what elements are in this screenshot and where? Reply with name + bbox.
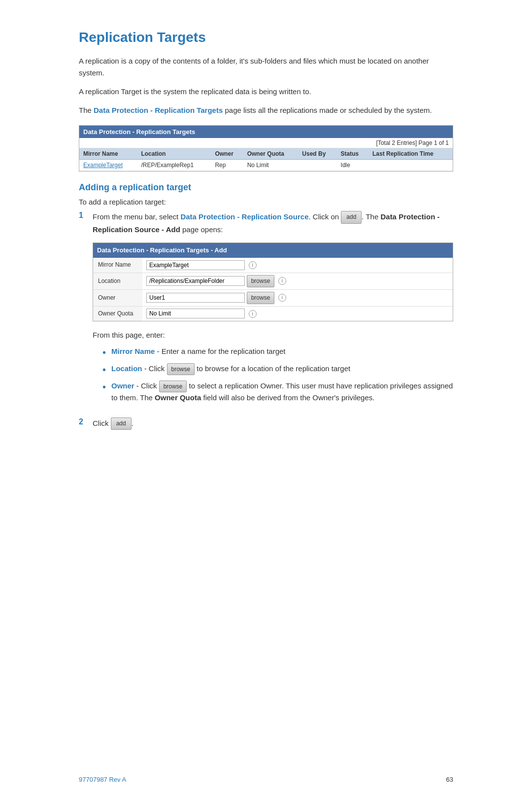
bullet-dot-2: • [102, 363, 111, 376]
cell-mirror-name[interactable]: ExampleTarget [79, 160, 137, 171]
mirror-name-input[interactable] [146, 260, 245, 270]
location-info-icon[interactable]: i [278, 277, 286, 285]
form-label-owner-quota: Owner Quota [93, 306, 142, 321]
step-2: 2 Click add. [79, 417, 453, 430]
cell-status: Idle [337, 160, 368, 171]
add-button-step2[interactable]: add [111, 417, 132, 430]
location-browse-button[interactable]: browse [247, 275, 275, 287]
cell-owner-quota: No Limit [243, 160, 299, 171]
bullet-content-location: Location - Click browse to browse for a … [111, 363, 453, 375]
form-row-location: Location browse i [93, 273, 453, 289]
col-owner: Owner [211, 148, 243, 160]
main-table-header: Data Protection - Replication Targets [79, 126, 453, 138]
step1-prefix: From the menu bar, select [93, 212, 180, 221]
form-table: Mirror Name i Location browse [93, 258, 453, 321]
step2-prefix: Click [93, 419, 111, 427]
form-label-owner: Owner [93, 289, 142, 306]
cell-location: /REP/ExampleRep1 [137, 160, 211, 171]
owner-browse-button[interactable]: browse [247, 292, 275, 304]
section-adding-heading: Adding a replication target [79, 182, 453, 193]
page-content: Replication Targets A replication is a c… [0, 0, 532, 477]
col-status: Status [337, 148, 368, 160]
form-row-owner-quota: Owner Quota i [93, 306, 453, 321]
step-1-content: From the menu bar, select Data Protectio… [93, 211, 453, 412]
add-form-table: Data Protection - Replication Targets - … [93, 243, 453, 322]
bullet-location-suffix: to browse for a location of the replicat… [195, 364, 350, 373]
step1-mid: . Click on [308, 212, 341, 221]
form-label-location: Location [93, 273, 142, 289]
bullet-location: • Location - Click browse to browse for … [102, 363, 453, 376]
form-row-mirror-name: Mirror Name i [93, 258, 453, 273]
intro-para3-prefix: The [79, 106, 94, 114]
bullet-owner: • Owner - Click browse to select a repli… [102, 381, 453, 404]
owner-browse-button-inline[interactable]: browse [159, 381, 187, 392]
step2-suffix: . [132, 419, 133, 427]
bullet-content-owner: Owner - Click browse to select a replica… [111, 381, 453, 404]
form-label-mirror-name: Mirror Name [93, 258, 142, 273]
col-used-by: Used By [298, 148, 336, 160]
owner-info-icon[interactable]: i [278, 294, 286, 302]
form-input-location-cell: browse i [142, 273, 453, 289]
footer-doc-num: 97707987 Rev A [79, 776, 126, 783]
owner-quota-info-icon[interactable]: i [249, 310, 257, 318]
form-input-owner-cell: browse i [142, 289, 453, 306]
mirror-name-info-icon[interactable]: i [249, 261, 257, 269]
page-footer: 97707987 Rev A 63 [0, 776, 532, 783]
bullet-list: • Mirror Name - Enter a name for the rep… [102, 346, 453, 404]
step1-suffix-prefix: . The [362, 212, 380, 221]
intro-para-1: A replication is a copy of the contents … [79, 55, 453, 79]
bullet-mirror-name-label: Mirror Name [111, 347, 155, 355]
table-row: ExampleTarget /REP/ExampleRep1 Rep No Li… [79, 160, 453, 171]
col-last-replication-time: Last Replication Time [368, 148, 453, 160]
main-table-pagination: [Total 2 Entries] Page 1 of 1 [79, 138, 453, 148]
bullet-dot-3: • [102, 381, 111, 393]
bullet-owner-label: Owner [111, 382, 134, 390]
col-location: Location [137, 148, 211, 160]
owner-input[interactable] [146, 293, 245, 303]
step-1-number: 1 [79, 211, 93, 220]
to-add-label: To add a replication target: [79, 198, 453, 206]
from-page-label: From this page, enter: [93, 329, 453, 341]
main-table: Mirror Name Location Owner Owner Quota U… [79, 148, 453, 171]
bullet-owner-text2: field will also be derived from the Owne… [201, 393, 374, 402]
bullet-content-mirror-name: Mirror Name - Enter a name for the repli… [111, 346, 453, 357]
form-input-mirror-name-cell: i [142, 258, 453, 273]
location-input[interactable] [146, 276, 245, 286]
main-data-table: Data Protection - Replication Targets [T… [79, 125, 453, 172]
cell-used-by [298, 160, 336, 171]
cell-owner: Rep [211, 160, 243, 171]
bullet-dot-1: • [102, 346, 111, 358]
form-input-owner-quota-cell: i [142, 306, 453, 321]
location-browse-button-inline[interactable]: browse [167, 363, 195, 375]
step-2-content: Click add. [93, 417, 453, 430]
step-2-number: 2 [79, 417, 93, 426]
bullet-location-mid: - Click [142, 364, 167, 373]
add-button-step1[interactable]: add [341, 211, 362, 223]
main-table-header-row: Mirror Name Location Owner Owner Quota U… [79, 148, 453, 160]
intro-para-2: A replication Target is the system the r… [79, 86, 453, 98]
step1-link: Data Protection - Replication Source [180, 212, 308, 221]
bullet-owner-quota-bold: Owner Quota [155, 393, 201, 402]
intro-para3-link: Data Protection - Replication Targets [94, 106, 223, 114]
intro-para3-suffix: page lists all the replications made or … [223, 106, 432, 114]
col-mirror-name: Mirror Name [79, 148, 137, 160]
bullet-mirror-name-text: - Enter a name for the replication targe… [155, 347, 285, 355]
bullet-mirror-name: • Mirror Name - Enter a name for the rep… [102, 346, 453, 358]
intro-para-3: The Data Protection - Replication Target… [79, 104, 453, 116]
add-form-header: Data Protection - Replication Targets - … [93, 243, 453, 258]
step-1: 1 From the menu bar, select Data Protect… [79, 211, 453, 412]
steps-list: 1 From the menu bar, select Data Protect… [79, 211, 453, 430]
footer-page-num: 63 [446, 776, 453, 783]
form-row-owner: Owner browse i [93, 289, 453, 306]
step1-suffix: page opens: [180, 225, 223, 234]
owner-quota-input[interactable] [146, 309, 245, 318]
col-owner-quota: Owner Quota [243, 148, 299, 160]
cell-last-rep-time [368, 160, 453, 171]
page-title: Replication Targets [79, 30, 453, 45]
example-target-link[interactable]: ExampleTarget [83, 162, 123, 169]
bullet-location-label: Location [111, 364, 142, 373]
bullet-owner-mid: - Click [134, 382, 159, 390]
